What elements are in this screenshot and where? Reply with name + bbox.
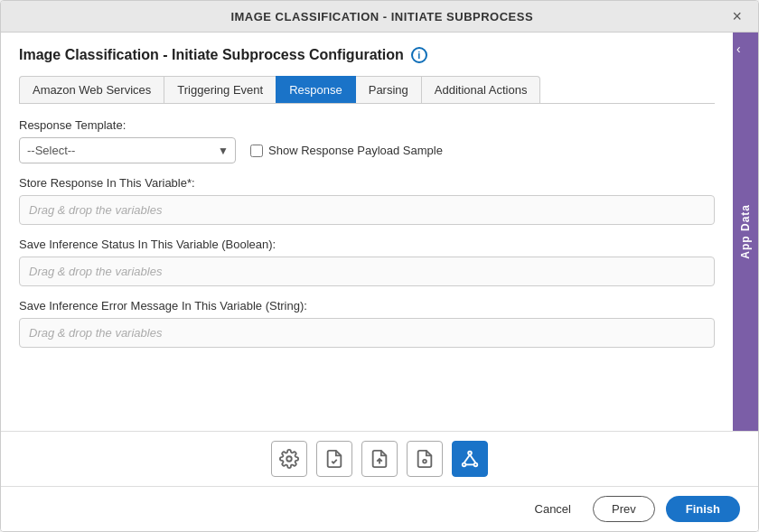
toolbar-settings-button[interactable]: [271, 441, 307, 477]
svg-point-2: [423, 460, 426, 463]
toolbar-doc-settings-button[interactable]: [407, 441, 443, 477]
app-data-label: App Data: [739, 204, 752, 259]
show-payload-checkbox[interactable]: [250, 145, 263, 157]
main-content: Image Classification - Initiate Subproce…: [1, 33, 733, 431]
save-inference-status-section: Save Inference Status In This Variable (…: [19, 238, 715, 286]
store-response-label: Store Response In This Variable*:: [19, 176, 715, 190]
network-icon: [460, 449, 480, 469]
app-data-sidebar[interactable]: ‹ App Data: [733, 33, 758, 431]
toolbar-doc-check-button[interactable]: [316, 441, 352, 477]
dialog-title: IMAGE CLASSIFICATION - INITIATE SUBPROCE…: [35, 10, 728, 23]
save-inference-status-label: Save Inference Status In This Variable (…: [19, 238, 715, 251]
page-title: Image Classification - Initiate Subproce…: [19, 47, 404, 63]
svg-line-6: [464, 454, 470, 462]
finish-button[interactable]: Finish: [666, 496, 740, 522]
svg-line-7: [470, 454, 475, 462]
bottom-toolbar: [1, 431, 758, 486]
modal-body: Image Classification - Initiate Subproce…: [1, 33, 758, 431]
doc-settings-icon: [415, 449, 435, 469]
prev-button[interactable]: Prev: [593, 496, 655, 522]
info-icon[interactable]: i: [411, 47, 427, 63]
tab-triggering[interactable]: Triggering Event: [164, 76, 276, 103]
toolbar-network-button[interactable]: [452, 441, 488, 477]
svg-point-4: [463, 463, 466, 467]
store-response-section: Store Response In This Variable*: Drag &…: [19, 176, 715, 225]
settings-icon: [279, 449, 299, 469]
save-inference-error-input[interactable]: Drag & drop the variables: [19, 318, 715, 348]
cancel-button[interactable]: Cancel: [524, 497, 582, 521]
response-template-row: --Select-- ▼ Show Response Payload Sampl…: [19, 137, 715, 163]
close-button[interactable]: ×: [728, 8, 745, 24]
tab-response[interactable]: Response: [276, 76, 356, 103]
response-template-select[interactable]: --Select--: [19, 137, 236, 163]
title-bar: IMAGE CLASSIFICATION - INITIATE SUBPROCE…: [1, 1, 758, 33]
store-response-input[interactable]: Drag & drop the variables: [19, 195, 715, 225]
save-inference-error-section: Save Inference Error Message In This Var…: [19, 299, 715, 348]
save-inference-status-input[interactable]: Drag & drop the variables: [19, 257, 715, 286]
toolbar-doc-upload-button[interactable]: [361, 441, 398, 477]
modal-footer: Cancel Prev Finish: [1, 486, 758, 531]
doc-check-icon: [324, 449, 344, 469]
svg-point-0: [286, 456, 292, 462]
svg-point-5: [474, 463, 478, 467]
tab-parsing[interactable]: Parsing: [355, 76, 422, 103]
tab-aws[interactable]: Amazon Web Services: [19, 76, 164, 103]
response-template-section: Response Template: --Select-- ▼ Show Res…: [19, 118, 715, 163]
save-inference-error-label: Save Inference Error Message In This Var…: [19, 299, 715, 313]
response-template-select-wrapper: --Select-- ▼: [19, 137, 236, 163]
doc-upload-icon: [370, 449, 389, 469]
sidebar-arrow-icon: ‹: [736, 42, 741, 56]
svg-point-3: [468, 452, 472, 455]
show-payload-row: Show Response Payload Sample: [250, 144, 443, 157]
response-template-label: Response Template:: [19, 118, 715, 132]
tab-additional-actions[interactable]: Additional Actions: [421, 76, 541, 103]
page-heading: Image Classification - Initiate Subproce…: [19, 47, 715, 63]
tabs-container: Amazon Web Services Triggering Event Res…: [19, 76, 715, 104]
show-payload-label: Show Response Payload Sample: [268, 144, 443, 157]
